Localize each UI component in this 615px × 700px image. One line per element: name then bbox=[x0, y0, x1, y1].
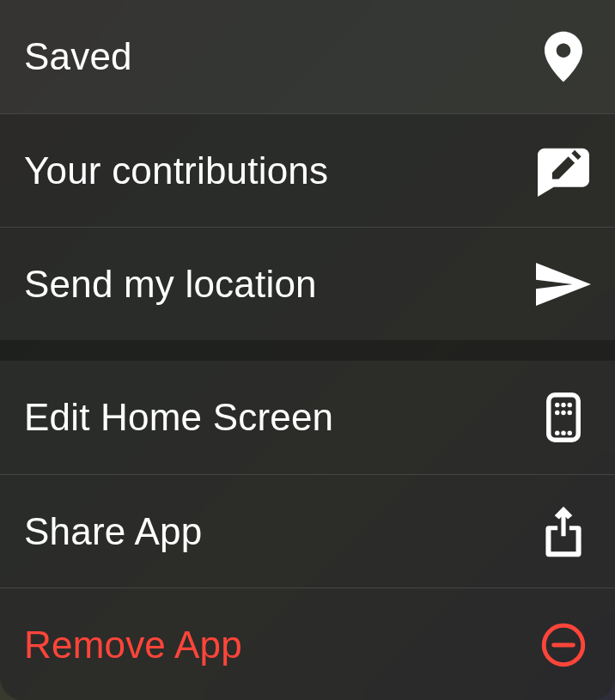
menu-item-send-location[interactable]: Send my location bbox=[0, 227, 615, 340]
menu-item-remove-app[interactable]: Remove App bbox=[0, 587, 615, 700]
svg-point-5 bbox=[561, 411, 565, 415]
svg-point-4 bbox=[555, 411, 559, 415]
minus-circle-icon bbox=[536, 618, 591, 673]
menu-item-label: Edit Home Screen bbox=[24, 396, 333, 439]
menu-item-edit-home-screen[interactable]: Edit Home Screen bbox=[0, 361, 615, 474]
edit-bubble-icon bbox=[536, 143, 591, 198]
send-icon bbox=[536, 257, 591, 312]
menu-item-share-app[interactable]: Share App bbox=[0, 474, 615, 587]
menu-item-label: Share App bbox=[24, 510, 202, 553]
menu-item-label: Send my location bbox=[24, 263, 317, 306]
phone-grid-icon bbox=[536, 390, 591, 445]
menu-item-label: Your contributions bbox=[24, 149, 328, 192]
svg-point-8 bbox=[561, 430, 565, 435]
menu-separator bbox=[0, 340, 615, 361]
svg-point-6 bbox=[568, 411, 572, 415]
svg-point-9 bbox=[568, 430, 572, 435]
svg-point-3 bbox=[568, 403, 572, 407]
menu-item-contributions[interactable]: Your contributions bbox=[0, 113, 615, 227]
menu-item-label: Saved bbox=[24, 35, 132, 78]
menu-group-app-actions: Saved Your contributions Send my locatio… bbox=[0, 0, 615, 340]
svg-point-7 bbox=[555, 430, 559, 435]
context-menu: Saved Your contributions Send my locatio… bbox=[0, 0, 615, 700]
menu-item-label: Remove App bbox=[24, 624, 242, 667]
svg-point-2 bbox=[561, 403, 565, 407]
menu-group-system-actions: Edit Home Screen Share App bbox=[0, 361, 615, 700]
svg-point-1 bbox=[555, 403, 559, 407]
share-icon bbox=[536, 504, 591, 559]
pin-icon bbox=[536, 29, 591, 84]
menu-item-saved[interactable]: Saved bbox=[0, 0, 615, 113]
